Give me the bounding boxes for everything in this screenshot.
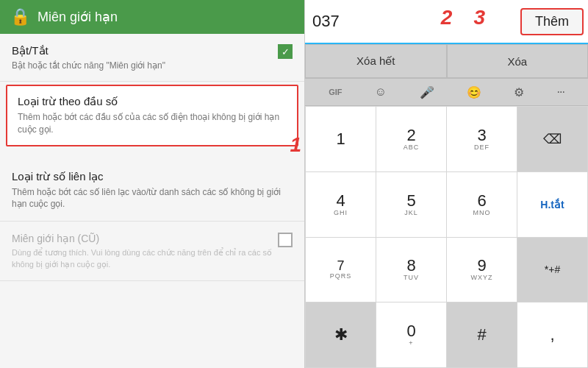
key-7-sub: PQRS — [330, 272, 352, 280]
left-panel: 🔒 Miên giới hạn Bật/Tắt Bật hoặc tắt chứ… — [0, 0, 305, 368]
key-4[interactable]: 4 GHI — [306, 172, 376, 237]
key-2-main: 2 — [406, 127, 415, 144]
key-6-sub: MNO — [473, 209, 491, 216]
hash-label: # — [477, 327, 486, 343]
key-comma[interactable]: , — [517, 302, 587, 367]
key-4-sub: GHI — [334, 209, 348, 216]
bat-tat-checkbox[interactable] — [278, 44, 293, 59]
key-hash[interactable]: # — [447, 302, 517, 367]
label-1: 1 — [290, 133, 301, 157]
loai-tru-dau-so-desc: Thêm hoặc bớt các đầu số của các số điện… — [18, 111, 287, 136]
key-8[interactable]: 8 TUV — [376, 238, 446, 302]
key-5[interactable]: 5 JKL — [376, 172, 446, 237]
key-9[interactable]: 9 WXYZ — [447, 238, 517, 302]
key-1-main: 1 — [336, 131, 345, 147]
comma-label: , — [550, 327, 554, 343]
hthat-label: H.tắt — [540, 199, 564, 210]
key-2-sub: ABC — [404, 144, 420, 151]
label-3: 3 — [473, 6, 485, 29]
keyboard-toolbar: GIF ☺ 🎤 😊 ⚙ ··· — [305, 78, 588, 106]
bat-tat-desc: Bật hoặc tắt chức năng "Miên giới hạn" — [12, 60, 165, 71]
key-3-main: 3 — [477, 127, 486, 144]
loai-tru-lien-lac-desc: Thêm hoặc bớt các số liên lạc vào/từ dan… — [12, 186, 293, 211]
bat-tat-title: Bật/Tắt — [12, 44, 165, 57]
mien-gioi-han-cu-item[interactable]: Miên giới hạn (CŨ) Dùng để tương thích. … — [0, 222, 304, 281]
key-5-sub: JKL — [404, 209, 418, 216]
xoa-het-button[interactable]: Xóa hết — [305, 44, 447, 78]
mien-gioi-han-cu-text: Miên giới hạn (CŨ) Dùng để tương thích. … — [12, 233, 278, 270]
settings-icon[interactable]: ⚙ — [514, 85, 524, 99]
star-label: ✱ — [334, 327, 348, 343]
right-panel: 2 3 Thêm Xóa hết Xóa GIF ☺ 🎤 😊 ⚙ ··· 1 2… — [305, 0, 588, 368]
key-7[interactable]: 7 PQRS — [306, 238, 376, 302]
mic-icon[interactable]: 🎤 — [420, 85, 434, 99]
mien-gioi-han-cu-title: Miên giới hạn (CŨ) — [12, 233, 278, 244]
label-2: 2 — [441, 6, 453, 29]
key-6-main: 6 — [477, 193, 486, 209]
key-0-main: 0 — [406, 323, 415, 339]
key-8-sub: TUV — [404, 274, 419, 281]
sym-label: *+# — [545, 264, 560, 275]
more-icon[interactable]: ··· — [556, 85, 564, 99]
settings-list: Bật/Tắt Bật hoặc tắt chức năng "Miên giớ… — [0, 34, 304, 368]
action-row: Xóa hết Xóa — [305, 44, 588, 78]
keyboard-grid: 1 2 ABC 3 DEF ⌫ 4 GHI 5 JKL 6 MNO H.tắt — [305, 106, 588, 368]
mien-gioi-han-cu-desc: Dùng để tương thích. Vui lòng dùng các c… — [12, 247, 278, 270]
xoa-button[interactable]: Xóa — [447, 44, 589, 78]
backspace-icon: ⌫ — [543, 132, 562, 146]
key-1[interactable]: 1 — [306, 107, 376, 171]
key-5-main: 5 — [406, 193, 415, 209]
sticker-icon[interactable]: ☺ — [375, 85, 387, 99]
bat-tat-text: Bật/Tắt Bật hoặc tắt chức năng "Miên giớ… — [12, 44, 165, 71]
key-7-main: 7 — [337, 259, 344, 272]
loai-tru-lien-lac-item[interactable]: Loại trừ số liên lạc Thêm hoặc bớt các s… — [0, 160, 304, 222]
key-3[interactable]: 3 DEF — [447, 107, 517, 171]
them-button[interactable]: Thêm — [520, 8, 584, 35]
mien-gioi-han-cu-checkbox[interactable] — [278, 233, 293, 247]
key-backspace[interactable]: ⌫ — [517, 107, 587, 171]
key-3-sub: DEF — [474, 144, 490, 151]
key-4-main: 4 — [336, 193, 345, 209]
key-hthat[interactable]: H.tắt — [517, 172, 587, 237]
key-9-main: 9 — [477, 258, 486, 274]
header-icon: 🔒 — [10, 7, 30, 26]
key-sym[interactable]: *+# — [517, 238, 587, 302]
key-8-main: 8 — [406, 258, 415, 274]
loai-tru-dau-so-item[interactable]: Loại trừ theo đầu số Thêm hoặc bớt các đ… — [6, 85, 298, 146]
key-2[interactable]: 2 ABC — [376, 107, 446, 171]
header-title: Miên giới hạn — [37, 9, 118, 25]
bat-tat-item[interactable]: Bật/Tắt Bật hoặc tắt chức năng "Miên giớ… — [0, 34, 304, 82]
key-6[interactable]: 6 MNO — [447, 172, 517, 237]
key-0-sub: + — [409, 339, 413, 347]
key-star[interactable]: ✱ — [306, 302, 376, 367]
key-9-sub: WXYZ — [471, 274, 493, 281]
loai-tru-dau-so-title: Loại trừ theo đầu số — [18, 95, 287, 108]
key-0[interactable]: 0 + — [376, 302, 446, 367]
loai-tru-lien-lac-title: Loại trừ số liên lạc — [12, 170, 293, 183]
loai-tru-dau-so-wrapper: Loại trừ theo đầu số Thêm hoặc bớt các đ… — [0, 85, 304, 146]
gif-icon[interactable]: GIF — [329, 88, 342, 96]
emoji-icon[interactable]: 😊 — [467, 85, 481, 99]
header-bar: 🔒 Miên giới hạn — [0, 0, 304, 34]
input-area-wrapper: 2 3 Thêm — [305, 0, 588, 44]
